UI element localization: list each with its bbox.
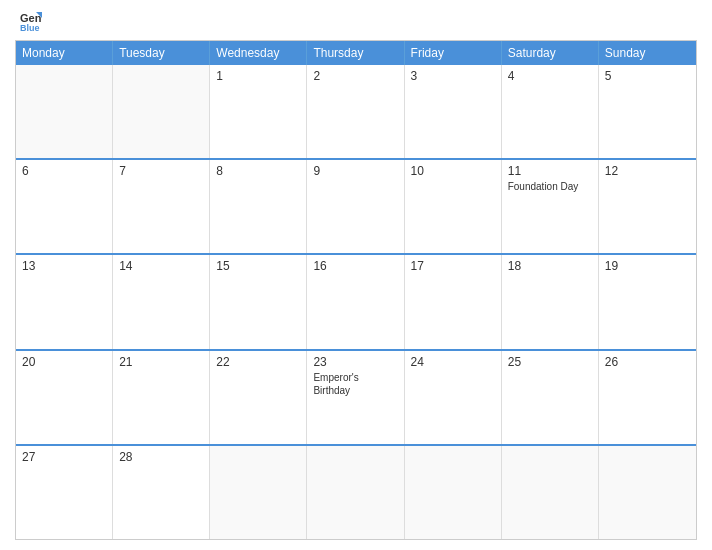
day-number: 26 bbox=[605, 355, 690, 369]
calendar-grid: MondayTuesdayWednesdayThursdayFridaySatu… bbox=[15, 40, 697, 540]
day-number: 2 bbox=[313, 69, 397, 83]
week-row-4: 20212223Emperor's Birthday242526 bbox=[16, 349, 696, 444]
day-number: 4 bbox=[508, 69, 592, 83]
day-header-tuesday: Tuesday bbox=[113, 41, 210, 65]
day-cell: 6 bbox=[16, 160, 113, 253]
logo: General Blue bbox=[20, 10, 42, 32]
day-cell: 28 bbox=[113, 446, 210, 539]
day-cell bbox=[599, 446, 696, 539]
day-cell bbox=[307, 446, 404, 539]
day-cell: 1 bbox=[210, 65, 307, 158]
day-headers: MondayTuesdayWednesdayThursdayFridaySatu… bbox=[16, 41, 696, 65]
day-cell: 14 bbox=[113, 255, 210, 348]
day-cell: 7 bbox=[113, 160, 210, 253]
calendar-body: 1234567891011Foundation Day1213141516171… bbox=[16, 65, 696, 539]
day-number: 5 bbox=[605, 69, 690, 83]
day-cell: 8 bbox=[210, 160, 307, 253]
day-cell: 3 bbox=[405, 65, 502, 158]
day-cell: 18 bbox=[502, 255, 599, 348]
day-cell bbox=[210, 446, 307, 539]
day-header-wednesday: Wednesday bbox=[210, 41, 307, 65]
day-number: 21 bbox=[119, 355, 203, 369]
day-cell: 12 bbox=[599, 160, 696, 253]
day-number: 8 bbox=[216, 164, 300, 178]
day-number: 15 bbox=[216, 259, 300, 273]
day-number: 1 bbox=[216, 69, 300, 83]
day-number: 9 bbox=[313, 164, 397, 178]
day-cell: 5 bbox=[599, 65, 696, 158]
day-cell: 22 bbox=[210, 351, 307, 444]
day-number: 20 bbox=[22, 355, 106, 369]
svg-text:Blue: Blue bbox=[20, 23, 40, 32]
day-cell: 24 bbox=[405, 351, 502, 444]
day-number: 17 bbox=[411, 259, 495, 273]
day-cell: 25 bbox=[502, 351, 599, 444]
week-row-2: 67891011Foundation Day12 bbox=[16, 158, 696, 253]
day-number: 23 bbox=[313, 355, 397, 369]
week-row-1: 12345 bbox=[16, 65, 696, 158]
day-number: 28 bbox=[119, 450, 203, 464]
day-header-saturday: Saturday bbox=[502, 41, 599, 65]
day-number: 12 bbox=[605, 164, 690, 178]
day-cell: 27 bbox=[16, 446, 113, 539]
week-row-5: 2728 bbox=[16, 444, 696, 539]
calendar-page: General Blue MondayTuesdayWednesdayThurs… bbox=[0, 0, 712, 550]
day-number: 7 bbox=[119, 164, 203, 178]
day-cell: 21 bbox=[113, 351, 210, 444]
day-header-friday: Friday bbox=[405, 41, 502, 65]
day-number: 27 bbox=[22, 450, 106, 464]
day-cell: 19 bbox=[599, 255, 696, 348]
day-number: 3 bbox=[411, 69, 495, 83]
day-cell: 11Foundation Day bbox=[502, 160, 599, 253]
day-number: 11 bbox=[508, 164, 592, 178]
day-cell: 10 bbox=[405, 160, 502, 253]
day-cell: 9 bbox=[307, 160, 404, 253]
day-cell: 26 bbox=[599, 351, 696, 444]
day-cell bbox=[502, 446, 599, 539]
day-number: 16 bbox=[313, 259, 397, 273]
day-cell: 20 bbox=[16, 351, 113, 444]
day-number: 19 bbox=[605, 259, 690, 273]
day-cell: 17 bbox=[405, 255, 502, 348]
day-number: 10 bbox=[411, 164, 495, 178]
day-cell bbox=[16, 65, 113, 158]
day-number: 14 bbox=[119, 259, 203, 273]
day-cell: 13 bbox=[16, 255, 113, 348]
day-header-monday: Monday bbox=[16, 41, 113, 65]
day-cell: 16 bbox=[307, 255, 404, 348]
day-cell: 15 bbox=[210, 255, 307, 348]
day-header-sunday: Sunday bbox=[599, 41, 696, 65]
holiday-label: Foundation Day bbox=[508, 180, 592, 193]
day-number: 25 bbox=[508, 355, 592, 369]
day-number: 6 bbox=[22, 164, 106, 178]
day-number: 18 bbox=[508, 259, 592, 273]
day-cell bbox=[113, 65, 210, 158]
day-cell: 2 bbox=[307, 65, 404, 158]
holiday-label: Emperor's Birthday bbox=[313, 371, 397, 397]
day-header-thursday: Thursday bbox=[307, 41, 404, 65]
day-number: 24 bbox=[411, 355, 495, 369]
day-cell bbox=[405, 446, 502, 539]
week-row-3: 13141516171819 bbox=[16, 253, 696, 348]
day-cell: 23Emperor's Birthday bbox=[307, 351, 404, 444]
calendar-header: General Blue bbox=[15, 10, 697, 32]
day-number: 13 bbox=[22, 259, 106, 273]
logo-icon: General Blue bbox=[20, 10, 42, 32]
day-number: 22 bbox=[216, 355, 300, 369]
day-cell: 4 bbox=[502, 65, 599, 158]
